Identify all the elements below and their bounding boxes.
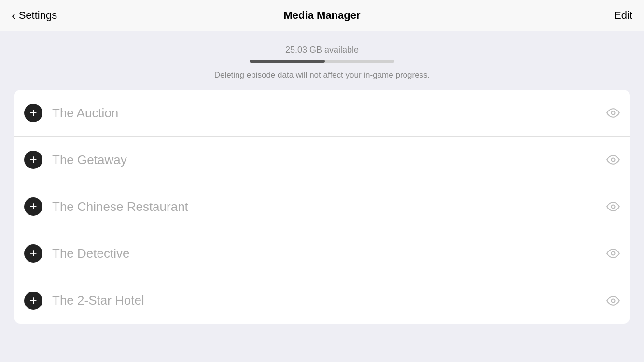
eye-icon — [606, 108, 620, 118]
plus-icon: + — [29, 247, 37, 259]
storage-available-text: 25.03 GB available — [0, 45, 644, 55]
navigation-bar: ‹ Settings Media Manager Edit — [0, 0, 644, 31]
list-item[interactable]: + The Detective — [14, 230, 630, 277]
svg-point-4 — [612, 299, 615, 302]
list-item[interactable]: + The Getaway — [14, 137, 630, 183]
add-episode-button[interactable]: + — [24, 104, 42, 122]
episode-title: The Chinese Restaurant — [52, 199, 606, 214]
list-item[interactable]: + The Chinese Restaurant — [14, 183, 630, 230]
storage-bar — [250, 60, 394, 63]
back-chevron-icon: ‹ — [12, 9, 16, 22]
add-episode-button[interactable]: + — [24, 244, 42, 263]
svg-point-0 — [612, 111, 615, 115]
storage-section: 25.03 GB available Deleting episode data… — [0, 31, 644, 90]
list-item[interactable]: + The 2-Star Hotel — [14, 277, 630, 324]
episode-title: The Detective — [52, 246, 606, 261]
episode-title: The Auction — [52, 106, 606, 121]
eye-icon — [606, 249, 620, 258]
back-label: Settings — [19, 9, 57, 22]
plus-icon: + — [29, 153, 37, 166]
page-title: Media Manager — [284, 9, 361, 22]
episodes-list: + The Auction + The Getaway + The Chines… — [14, 90, 630, 324]
svg-point-2 — [612, 205, 615, 209]
add-episode-button[interactable]: + — [24, 292, 42, 310]
eye-icon — [606, 202, 620, 211]
edit-button[interactable]: Edit — [614, 9, 632, 22]
list-item[interactable]: + The Auction — [14, 90, 630, 137]
add-episode-button[interactable]: + — [24, 197, 42, 216]
episode-title: The Getaway — [52, 153, 606, 167]
episode-title: The 2-Star Hotel — [52, 293, 606, 308]
eye-icon — [606, 155, 620, 165]
svg-point-1 — [612, 158, 615, 162]
plus-icon: + — [29, 200, 37, 212]
svg-point-3 — [612, 252, 615, 255]
add-episode-button[interactable]: + — [24, 151, 42, 169]
storage-bar-fill — [250, 60, 325, 63]
plus-icon: + — [29, 106, 37, 119]
plus-icon: + — [29, 294, 37, 306]
back-button[interactable]: ‹ Settings — [12, 9, 57, 22]
eye-icon — [606, 296, 620, 306]
storage-hint-text: Deleting episode data will not affect yo… — [0, 70, 644, 80]
